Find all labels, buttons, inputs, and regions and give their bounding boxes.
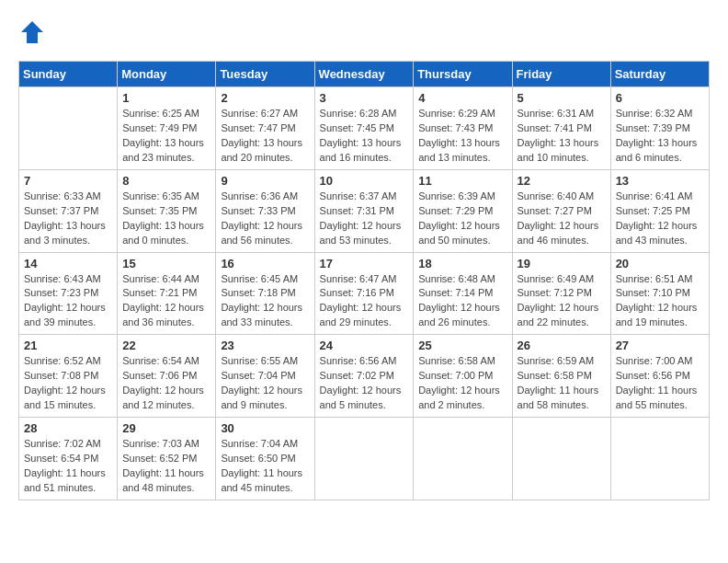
day-info: Sunrise: 6:40 AM Sunset: 7:27 PM Dayligh…	[518, 190, 606, 248]
day-info: Sunrise: 7:02 AM Sunset: 6:54 PM Dayligh…	[24, 437, 112, 496]
day-number: 20	[616, 257, 704, 270]
day-info: Sunrise: 6:45 AM Sunset: 7:18 PM Dayligh…	[221, 272, 309, 331]
day-info: Sunrise: 6:51 AM Sunset: 7:10 PM Dayligh…	[616, 272, 704, 331]
day-info: Sunrise: 6:56 AM Sunset: 7:02 PM Dayligh…	[320, 354, 409, 413]
header-monday: Monday	[118, 62, 216, 87]
day-number: 3	[320, 91, 409, 105]
day-number: 19	[518, 257, 606, 270]
calendar-cell: 10Sunrise: 6:37 AM Sunset: 7:31 PM Dayli…	[314, 169, 414, 252]
calendar-cell	[512, 418, 610, 500]
day-info: Sunrise: 6:32 AM Sunset: 7:39 PM Dayligh…	[616, 107, 704, 166]
day-info: Sunrise: 7:04 AM Sunset: 6:50 PM Dayligh…	[221, 437, 309, 496]
calendar-cell: 20Sunrise: 6:51 AM Sunset: 7:10 PM Dayli…	[610, 252, 709, 335]
calendar-cell: 1Sunrise: 6:25 AM Sunset: 7:49 PM Daylig…	[118, 87, 216, 170]
day-number: 7	[24, 174, 112, 188]
day-info: Sunrise: 6:43 AM Sunset: 7:23 PM Dayligh…	[24, 272, 112, 331]
day-number: 13	[616, 174, 704, 188]
calendar-cell: 24Sunrise: 6:56 AM Sunset: 7:02 PM Dayli…	[314, 335, 414, 418]
day-number: 21	[24, 339, 112, 352]
day-info: Sunrise: 6:35 AM Sunset: 7:35 PM Dayligh…	[122, 190, 210, 248]
calendar-cell: 30Sunrise: 7:04 AM Sunset: 6:50 PM Dayli…	[216, 418, 314, 500]
day-info: Sunrise: 7:00 AM Sunset: 6:56 PM Dayligh…	[616, 354, 704, 413]
day-number: 28	[24, 421, 112, 435]
day-number: 9	[221, 174, 309, 188]
svg-marker-0	[21, 21, 43, 43]
logo	[18, 18, 50, 46]
day-info: Sunrise: 6:28 AM Sunset: 7:45 PM Dayligh…	[320, 107, 409, 166]
day-number: 17	[320, 257, 409, 270]
day-number: 14	[24, 257, 112, 270]
day-info: Sunrise: 6:41 AM Sunset: 7:25 PM Dayligh…	[616, 190, 704, 248]
calendar-cell: 25Sunrise: 6:58 AM Sunset: 7:00 PM Dayli…	[414, 335, 512, 418]
calendar-cell: 14Sunrise: 6:43 AM Sunset: 7:23 PM Dayli…	[19, 252, 118, 335]
day-info: Sunrise: 6:55 AM Sunset: 7:04 PM Dayligh…	[221, 354, 309, 413]
calendar-cell: 18Sunrise: 6:48 AM Sunset: 7:14 PM Dayli…	[414, 252, 512, 335]
day-number: 10	[320, 174, 409, 188]
day-number: 27	[616, 339, 704, 352]
calendar-cell: 3Sunrise: 6:28 AM Sunset: 7:45 PM Daylig…	[314, 87, 414, 170]
day-info: Sunrise: 6:54 AM Sunset: 7:06 PM Dayligh…	[122, 354, 210, 413]
calendar-cell: 11Sunrise: 6:39 AM Sunset: 7:29 PM Dayli…	[414, 169, 512, 252]
header-friday: Friday	[512, 62, 610, 87]
calendar-cell	[610, 418, 709, 500]
calendar-cell: 9Sunrise: 6:36 AM Sunset: 7:33 PM Daylig…	[216, 169, 314, 252]
day-number: 18	[418, 257, 506, 270]
day-info: Sunrise: 6:29 AM Sunset: 7:43 PM Dayligh…	[418, 107, 506, 166]
header-thursday: Thursday	[414, 62, 512, 87]
calendar-cell: 7Sunrise: 6:33 AM Sunset: 7:37 PM Daylig…	[19, 169, 118, 252]
calendar-cell: 28Sunrise: 7:02 AM Sunset: 6:54 PM Dayli…	[19, 418, 118, 500]
calendar-cell: 5Sunrise: 6:31 AM Sunset: 7:41 PM Daylig…	[512, 87, 610, 170]
calendar-cell: 29Sunrise: 7:03 AM Sunset: 6:52 PM Dayli…	[118, 418, 216, 500]
day-info: Sunrise: 6:33 AM Sunset: 7:37 PM Dayligh…	[24, 190, 112, 248]
logo-icon	[18, 18, 46, 46]
header-sunday: Sunday	[19, 62, 118, 87]
day-number: 25	[418, 339, 506, 352]
calendar-cell: 15Sunrise: 6:44 AM Sunset: 7:21 PM Dayli…	[118, 252, 216, 335]
calendar-cell: 23Sunrise: 6:55 AM Sunset: 7:04 PM Dayli…	[216, 335, 314, 418]
day-number: 16	[221, 257, 309, 270]
calendar-header-row: SundayMondayTuesdayWednesdayThursdayFrid…	[19, 62, 710, 87]
header-wednesday: Wednesday	[314, 62, 414, 87]
calendar-cell: 8Sunrise: 6:35 AM Sunset: 7:35 PM Daylig…	[118, 169, 216, 252]
day-info: Sunrise: 6:27 AM Sunset: 7:47 PM Dayligh…	[221, 107, 309, 166]
day-info: Sunrise: 6:39 AM Sunset: 7:29 PM Dayligh…	[418, 190, 506, 248]
calendar-cell: 26Sunrise: 6:59 AM Sunset: 6:58 PM Dayli…	[512, 335, 610, 418]
calendar-cell: 6Sunrise: 6:32 AM Sunset: 7:39 PM Daylig…	[610, 87, 709, 170]
day-info: Sunrise: 6:31 AM Sunset: 7:41 PM Dayligh…	[518, 107, 606, 166]
day-info: Sunrise: 6:37 AM Sunset: 7:31 PM Dayligh…	[320, 190, 409, 248]
week-row-3: 21Sunrise: 6:52 AM Sunset: 7:08 PM Dayli…	[19, 335, 710, 418]
calendar-cell: 27Sunrise: 7:00 AM Sunset: 6:56 PM Dayli…	[610, 335, 709, 418]
day-number: 23	[221, 339, 309, 352]
day-info: Sunrise: 6:36 AM Sunset: 7:33 PM Dayligh…	[221, 190, 309, 248]
calendar-cell: 2Sunrise: 6:27 AM Sunset: 7:47 PM Daylig…	[216, 87, 314, 170]
header-saturday: Saturday	[610, 62, 709, 87]
day-info: Sunrise: 6:47 AM Sunset: 7:16 PM Dayligh…	[320, 272, 409, 331]
calendar-cell: 22Sunrise: 6:54 AM Sunset: 7:06 PM Dayli…	[118, 335, 216, 418]
day-info: Sunrise: 6:52 AM Sunset: 7:08 PM Dayligh…	[24, 354, 112, 413]
day-number: 8	[122, 174, 210, 188]
day-info: Sunrise: 6:59 AM Sunset: 6:58 PM Dayligh…	[518, 354, 606, 413]
calendar-cell: 12Sunrise: 6:40 AM Sunset: 7:27 PM Dayli…	[512, 169, 610, 252]
calendar-cell	[314, 418, 414, 500]
day-number: 22	[122, 339, 210, 352]
day-number: 24	[320, 339, 409, 352]
week-row-2: 14Sunrise: 6:43 AM Sunset: 7:23 PM Dayli…	[19, 252, 710, 335]
day-number: 26	[518, 339, 606, 352]
day-number: 4	[418, 91, 506, 105]
day-number: 15	[122, 257, 210, 270]
week-row-1: 7Sunrise: 6:33 AM Sunset: 7:37 PM Daylig…	[19, 169, 710, 252]
day-number: 1	[122, 91, 210, 105]
week-row-0: 1Sunrise: 6:25 AM Sunset: 7:49 PM Daylig…	[19, 87, 710, 170]
calendar: SundayMondayTuesdayWednesdayThursdayFrid…	[18, 61, 710, 500]
day-number: 29	[122, 421, 210, 435]
day-info: Sunrise: 6:48 AM Sunset: 7:14 PM Dayligh…	[418, 272, 506, 331]
header-tuesday: Tuesday	[216, 62, 314, 87]
calendar-cell: 17Sunrise: 6:47 AM Sunset: 7:16 PM Dayli…	[314, 252, 414, 335]
day-info: Sunrise: 6:58 AM Sunset: 7:00 PM Dayligh…	[418, 354, 506, 413]
calendar-cell	[414, 418, 512, 500]
day-info: Sunrise: 6:44 AM Sunset: 7:21 PM Dayligh…	[122, 272, 210, 331]
day-number: 2	[221, 91, 309, 105]
calendar-cell	[19, 87, 118, 170]
day-number: 5	[518, 91, 606, 105]
calendar-cell: 19Sunrise: 6:49 AM Sunset: 7:12 PM Dayli…	[512, 252, 610, 335]
